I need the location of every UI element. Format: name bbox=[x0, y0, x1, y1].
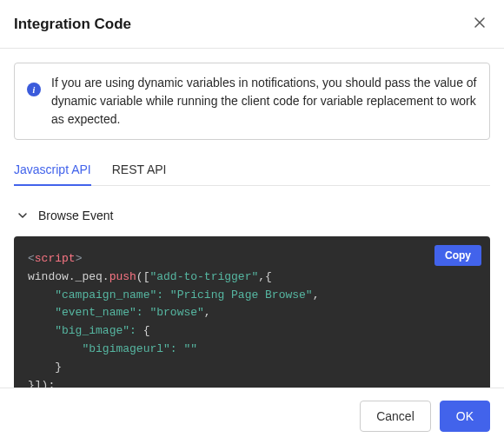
code-token: "event_name": bbox=[55, 306, 149, 319]
close-icon bbox=[473, 16, 487, 30]
cancel-button[interactable]: Cancel bbox=[360, 401, 431, 432]
code-token: "bigimageurl": bbox=[82, 342, 183, 355]
accordion-title: Browse Event bbox=[38, 209, 113, 222]
code-token bbox=[28, 288, 55, 302]
info-alert: i If you are using dynamic variables in … bbox=[14, 63, 490, 140]
code-token: push bbox=[109, 270, 136, 283]
code-token: ,{ bbox=[258, 270, 272, 283]
code-token: , bbox=[204, 306, 211, 319]
code-token bbox=[28, 306, 55, 319]
code-token: > bbox=[76, 252, 83, 265]
code-token bbox=[28, 342, 82, 355]
code-token: "Pricing Page Browse" bbox=[170, 288, 313, 302]
code-token: "" bbox=[183, 342, 197, 355]
code-token: "add-to-trigger" bbox=[149, 270, 258, 283]
code-block: Copy <script> window._peq.push(["add-to-… bbox=[14, 236, 490, 388]
chevron-down-icon bbox=[17, 210, 28, 221]
code-token: { bbox=[143, 324, 150, 337]
code-token: "campaign_name": bbox=[55, 288, 170, 302]
dialog-title: Integration Code bbox=[14, 16, 131, 33]
code-token: window._peq. bbox=[28, 270, 109, 283]
info-icon: i bbox=[27, 83, 41, 96]
close-button[interactable] bbox=[469, 12, 490, 36]
accordion-browse-event[interactable]: Browse Event bbox=[14, 200, 490, 236]
code-token: }]); bbox=[28, 379, 55, 388]
tab-javascript-api[interactable]: Javascript API bbox=[14, 154, 91, 185]
dialog-header: Integration Code bbox=[0, 0, 504, 49]
dialog-content: i If you are using dynamic variables in … bbox=[0, 49, 504, 388]
code-token: , bbox=[313, 288, 320, 302]
code-token: "big_image": bbox=[55, 324, 143, 337]
code-token: ([ bbox=[136, 270, 150, 283]
copy-button[interactable]: Copy bbox=[434, 245, 481, 266]
code-token: < bbox=[28, 252, 35, 265]
code-token: script bbox=[35, 252, 76, 265]
code-token: } bbox=[28, 361, 62, 374]
code-token: "browse" bbox=[149, 306, 203, 319]
ok-button[interactable]: OK bbox=[440, 401, 490, 432]
tab-rest-api[interactable]: REST API bbox=[112, 154, 167, 185]
info-text: If you are using dynamic variables in no… bbox=[51, 74, 477, 129]
code-token bbox=[28, 324, 55, 337]
dialog-footer: Cancel OK bbox=[0, 388, 504, 444]
tabs: Javascript API REST API bbox=[14, 154, 490, 186]
